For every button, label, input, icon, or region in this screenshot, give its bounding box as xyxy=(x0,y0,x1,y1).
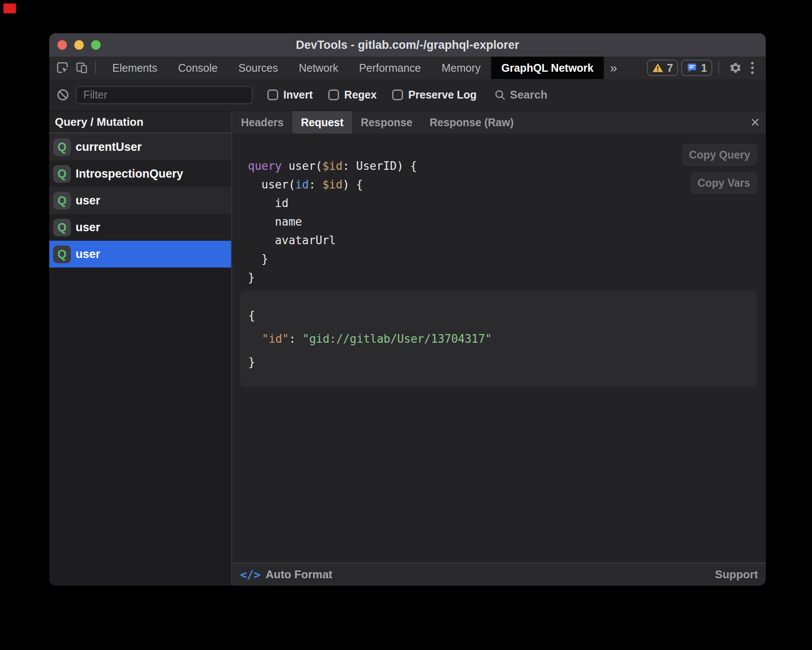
query-type-badge: Q xyxy=(53,245,71,263)
tab-request[interactable]: Request xyxy=(292,111,352,134)
checkbox-box[interactable] xyxy=(328,89,339,100)
device-toolbar-icon xyxy=(75,61,88,74)
checkbox-label: Invert xyxy=(283,89,313,101)
query-row-introspectionQuery[interactable]: Q IntrospectionQuery xyxy=(49,160,231,187)
request-detail-panel: Headers Request Response Response (Raw) … xyxy=(232,111,766,586)
checkbox-box[interactable] xyxy=(267,89,278,100)
device-toolbar-button[interactable] xyxy=(74,60,89,76)
network-filter-bar: Invert Regex Preserve Log Search xyxy=(49,79,766,111)
invert-checkbox[interactable]: Invert xyxy=(267,89,313,101)
devtools-tab-bar: Elements Console Sources Network Perform… xyxy=(49,57,766,79)
query-row-label: user xyxy=(76,194,100,207)
query-list-panel: Query / Mutation Q currentUser Q Introsp… xyxy=(49,111,232,586)
tab-response[interactable]: Response xyxy=(352,111,421,134)
auto-format-label: Auto Format xyxy=(266,568,333,581)
toolbar-separator xyxy=(95,61,96,74)
query-row-currentUser[interactable]: Q currentUser xyxy=(49,134,231,160)
query-row-label: currentUser xyxy=(76,140,142,154)
block-icon xyxy=(57,89,69,101)
issues-count: 1 xyxy=(701,62,707,74)
toolbar-separator xyxy=(718,61,719,74)
settings-button[interactable] xyxy=(727,59,744,76)
copy-query-button[interactable]: Copy Query xyxy=(682,143,757,166)
tab-network[interactable]: Network xyxy=(289,57,349,79)
support-link[interactable]: Support xyxy=(715,568,758,581)
tab-headers[interactable]: Headers xyxy=(232,111,292,134)
filter-input[interactable] xyxy=(76,86,253,104)
devtools-window: DevTools - gitlab.com/-/graphql-explorer xyxy=(49,33,766,586)
tab-graphql-network[interactable]: GraphQL Network xyxy=(491,57,604,79)
checkbox-box[interactable] xyxy=(392,89,403,100)
warnings-badge[interactable]: 7 xyxy=(647,60,678,76)
regex-checkbox[interactable]: Regex xyxy=(328,89,377,101)
warning-count: 7 xyxy=(667,62,673,74)
issues-badge[interactable]: 1 xyxy=(681,60,712,76)
detail-footer: </> Auto Format Support xyxy=(232,563,766,586)
recording-indicator xyxy=(3,3,16,13)
query-row-label: user xyxy=(76,221,100,234)
query-type-badge: Q xyxy=(53,165,71,183)
code-brackets-icon: </> xyxy=(240,568,260,581)
request-query-code: query user($id: UserID) { user(id: $id) … xyxy=(248,157,417,287)
checkbox-label: Preserve Log xyxy=(408,89,476,101)
query-row-label: user xyxy=(76,248,100,261)
query-row-user-3-selected[interactable]: Q user xyxy=(49,241,231,268)
tab-response-raw[interactable]: Response (Raw) xyxy=(421,111,522,134)
query-row-user-1[interactable]: Q user xyxy=(49,187,231,214)
warning-icon xyxy=(652,62,663,73)
close-detail-button[interactable]: ✕ xyxy=(750,111,760,134)
search-icon xyxy=(494,89,506,101)
request-tab-content: query user($id: UserID) { user(id: $id) … xyxy=(232,134,766,563)
tab-memory[interactable]: Memory xyxy=(431,57,491,79)
search-button[interactable]: Search xyxy=(494,88,548,102)
inspect-element-button[interactable] xyxy=(55,60,70,76)
main-split: Query / Mutation Q currentUser Q Introsp… xyxy=(49,111,766,586)
toolbar-right-cluster: 7 1 xyxy=(647,59,766,76)
title-bar: DevTools - gitlab.com/-/graphql-explorer xyxy=(49,33,766,57)
tab-performance[interactable]: Performance xyxy=(349,57,431,79)
message-bubble-icon xyxy=(686,62,698,73)
checkbox-label: Regex xyxy=(344,89,377,101)
window-title: DevTools - gitlab.com/-/graphql-explorer xyxy=(49,38,766,52)
copy-vars-button[interactable]: Copy Vars xyxy=(691,172,757,194)
query-row-user-2[interactable]: Q user xyxy=(49,214,231,241)
inspect-cursor-icon xyxy=(56,61,69,74)
query-type-badge: Q xyxy=(53,138,71,156)
preserve-log-checkbox[interactable]: Preserve Log xyxy=(392,89,476,101)
query-list-header: Query / Mutation xyxy=(49,111,231,134)
desktop-background: DevTools - gitlab.com/-/graphql-explorer xyxy=(0,0,812,650)
query-type-badge: Q xyxy=(53,192,71,210)
query-row-label: IntrospectionQuery xyxy=(76,167,183,181)
tab-console[interactable]: Console xyxy=(168,57,228,79)
request-variables-box: { "id": "gid://gitlab/User/13704317"} xyxy=(240,291,757,387)
kebab-menu-button[interactable] xyxy=(746,62,759,74)
auto-format-button[interactable]: </> Auto Format xyxy=(240,568,333,581)
tab-sources[interactable]: Sources xyxy=(228,57,289,79)
tab-elements[interactable]: Elements xyxy=(102,57,168,79)
search-label: Search xyxy=(510,88,548,102)
clear-requests-button[interactable] xyxy=(57,89,69,101)
query-type-badge: Q xyxy=(53,219,71,236)
more-tabs-chevron[interactable]: » xyxy=(604,61,623,75)
detail-tab-strip: Headers Request Response Response (Raw) … xyxy=(232,111,766,134)
gear-icon xyxy=(728,61,743,75)
